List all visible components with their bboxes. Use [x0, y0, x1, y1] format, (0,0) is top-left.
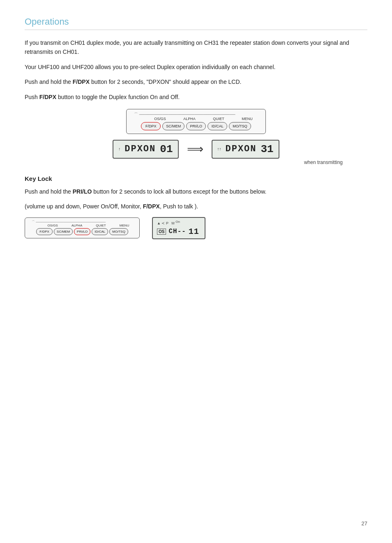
paragraph-1: If you transmit on CH01 duplex mode, you… — [25, 38, 367, 57]
lcd-text-right: DPXON — [226, 144, 257, 154]
when-transmitting-label: when transmitting — [304, 159, 343, 165]
lcd-right: ↑↑ DPXON 31 — [212, 140, 279, 159]
signal-icon-left: ↑ — [118, 147, 120, 151]
btn-scmem-b[interactable]: SC/MEM — [54, 228, 73, 235]
label-osgs: OS/GS — [154, 117, 166, 121]
label-osgs-b: OS/GS — [48, 224, 58, 227]
paragraph-3: Push and hold the F/DPX button for 2 sec… — [25, 77, 367, 86]
keylock-figures: ⌒ ────────────────────────────── OS/GS A… — [25, 217, 367, 239]
lcd-channel-left: 01 — [160, 143, 173, 155]
btn-scmem[interactable]: SC/MEM — [162, 122, 184, 130]
label-quiet: QUIET — [213, 117, 224, 121]
panel-buttons-top: F/DPX SC/MEM PRI/LO ID/CAL MO/TSQ — [141, 122, 251, 130]
key-lock-heading: Key Lock — [25, 175, 367, 182]
lcd-os-badge: OS — [157, 229, 166, 235]
panel-labels-top: OS/GS ALPHA QUIET MENU — [131, 117, 261, 121]
label-alpha: ALPHA — [183, 117, 196, 121]
panel-labels-bottom: OS/GS ALPHA QUIET MENU — [28, 224, 136, 227]
panel-buttons-bottom: F/DPX SC/MEM PRI/LO ID/CAL MO/TSQ — [36, 228, 128, 235]
btn-prilo[interactable]: PRI/LO — [186, 122, 206, 130]
key-lock-p1: Push and hold the PRI/LO button for 2 se… — [25, 187, 367, 196]
lcd-left: ↑ DPXON 01 — [113, 140, 178, 159]
figure-button-panel-top: ⌒ ───────────────────────────────── OS/G… — [25, 109, 367, 165]
btn-prilo-b[interactable]: PRI/LO — [74, 228, 90, 235]
arrow-icon: ⟹ — [187, 142, 203, 156]
label-menu-b: MENU — [120, 224, 129, 227]
lcd-keylock-icons: ▲ ≺ P M On — [157, 220, 180, 225]
btn-idcal[interactable]: ID/CAL — [208, 122, 227, 130]
key-lock-p2: (volume up and down, Power On/Off, Monit… — [25, 202, 367, 211]
label-quiet-b: QUIET — [96, 224, 106, 227]
paragraph-2: Your UHF100 and UHF200 allows you to pre… — [25, 62, 367, 72]
lcd-text-left: DPXON — [125, 144, 156, 154]
lcd-channel-right: 31 — [261, 143, 274, 155]
btn-fdpx-b[interactable]: F/DPX — [36, 228, 53, 235]
lcd-row: ↑ DPXON 01 ⟹ ↑↑ DPXON 31 — [113, 140, 279, 159]
page-title: Operations — [25, 16, 367, 30]
lcd-keylock-channel: 11 — [189, 227, 199, 236]
page-number: 27 — [362, 520, 367, 527]
btn-motsq[interactable]: MO/TSQ — [229, 122, 251, 130]
btn-fdpx[interactable]: F/DPX — [141, 122, 161, 130]
lcd-keylock: ▲ ≺ P M On OS CH-- 11 — [152, 217, 205, 239]
button-panel-top: ⌒ ───────────────────────────────── OS/G… — [126, 109, 266, 134]
btn-motsq-b[interactable]: MO/TSQ — [109, 228, 128, 235]
paragraph-4: Push F/DPX button to toggle the Duplex f… — [25, 92, 367, 102]
label-menu: MENU — [242, 117, 253, 121]
label-alpha-b: ALPHA — [71, 224, 82, 227]
lcd-keylock-text: CH-- — [168, 228, 186, 235]
btn-idcal-b[interactable]: ID/CAL — [92, 228, 108, 235]
button-panel-bottom: ⌒ ────────────────────────────── OS/GS A… — [25, 217, 140, 238]
signal-icon-right: ↑↑ — [217, 147, 221, 151]
